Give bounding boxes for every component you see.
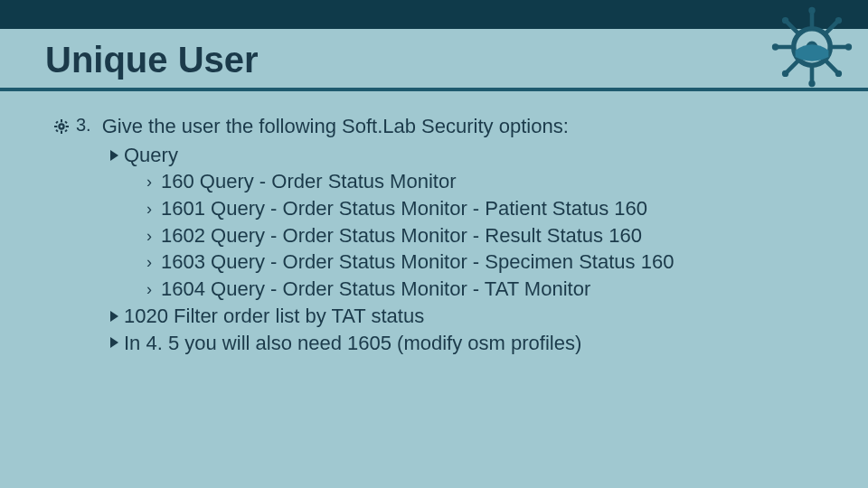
header-top-bar: [0, 0, 868, 29]
svg-rect-23: [55, 121, 58, 124]
list-item: › 1604 Query - Order Status Monitor - TA…: [146, 276, 823, 303]
section-label: In 4. 5 you will also need 1605 (modify …: [124, 330, 581, 357]
section-label: Query: [124, 142, 178, 169]
svg-line-9: [787, 61, 798, 72]
item-text: 160 Query - Order Status Monitor: [161, 168, 456, 195]
svg-rect-20: [61, 131, 62, 134]
svg-rect-22: [66, 126, 69, 127]
list-item: › 1601 Query - Order Status Monitor - Pa…: [146, 195, 823, 222]
triangle-bullet-icon: [110, 337, 118, 348]
svg-line-8: [826, 22, 837, 33]
page-title: Unique User: [45, 40, 259, 80]
svg-point-12: [773, 44, 778, 50]
list-item: › 1603 Query - Order Status Monitor - Sp…: [146, 249, 823, 276]
svg-rect-21: [54, 126, 57, 127]
svg-point-10: [809, 8, 815, 14]
triangle-bullet-icon: [110, 150, 118, 161]
svg-rect-24: [64, 121, 67, 124]
item-text: 1602 Query - Order Status Monitor - Resu…: [161, 222, 642, 249]
section-label: 1020 Filter order list by TAT status: [124, 303, 424, 330]
gear-bullet-icon: [54, 119, 69, 134]
sections-block: Query › 160 Query - Order Status Monitor…: [110, 142, 823, 357]
svg-rect-19: [61, 119, 62, 122]
svg-point-11: [809, 81, 815, 87]
ships-wheel-logo: [769, 4, 855, 90]
svg-point-16: [836, 18, 842, 23]
section-row: In 4. 5 you will also need 1605 (modify …: [110, 330, 823, 357]
item-text: 1604 Query - Order Status Monitor - TAT …: [161, 276, 590, 303]
content-area: 3. Give the user the following Soft.Lab …: [0, 91, 868, 356]
item-text: 1601 Query - Order Status Monitor - Pati…: [161, 195, 647, 222]
step-text: Give the user the following Soft.Lab Sec…: [102, 113, 569, 140]
triangle-bullet-icon: [110, 311, 118, 322]
svg-line-6: [787, 22, 798, 33]
list-item: › 160 Query - Order Status Monitor: [146, 168, 823, 195]
section-items: › 160 Query - Order Status Monitor › 160…: [146, 168, 823, 302]
svg-point-17: [783, 71, 788, 77]
svg-point-15: [836, 71, 842, 77]
chevron-right-icon: ›: [146, 254, 152, 270]
item-text: 1603 Query - Order Status Monitor - Spec…: [161, 249, 674, 276]
svg-rect-25: [55, 129, 58, 132]
svg-point-27: [61, 126, 63, 128]
section-row: 1020 Filter order list by TAT status: [110, 303, 823, 330]
step-row: 3. Give the user the following Soft.Lab …: [54, 113, 823, 140]
svg-line-7: [826, 61, 837, 72]
title-row: Unique User: [0, 29, 868, 88]
step-number: 3.: [76, 113, 91, 137]
chevron-right-icon: ›: [146, 281, 152, 297]
chevron-right-icon: ›: [146, 201, 152, 217]
svg-point-13: [846, 44, 852, 50]
section-row: Query: [110, 142, 823, 169]
svg-point-14: [783, 18, 788, 23]
svg-rect-26: [64, 129, 67, 132]
chevron-right-icon: ›: [146, 174, 152, 190]
list-item: › 1602 Query - Order Status Monitor - Re…: [146, 222, 823, 249]
chevron-right-icon: ›: [146, 228, 152, 244]
